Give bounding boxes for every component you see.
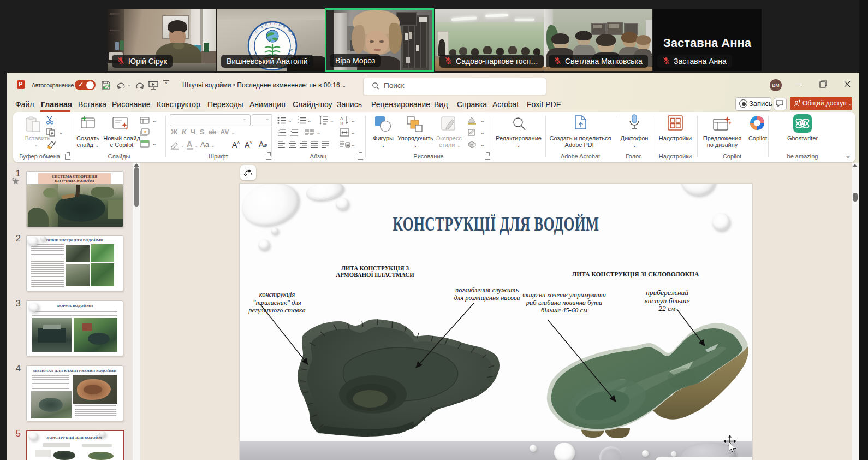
svg-text:Я: Я [340,121,343,125]
svg-text:А: А [340,116,343,121]
svg-text:С: С [274,22,277,26]
